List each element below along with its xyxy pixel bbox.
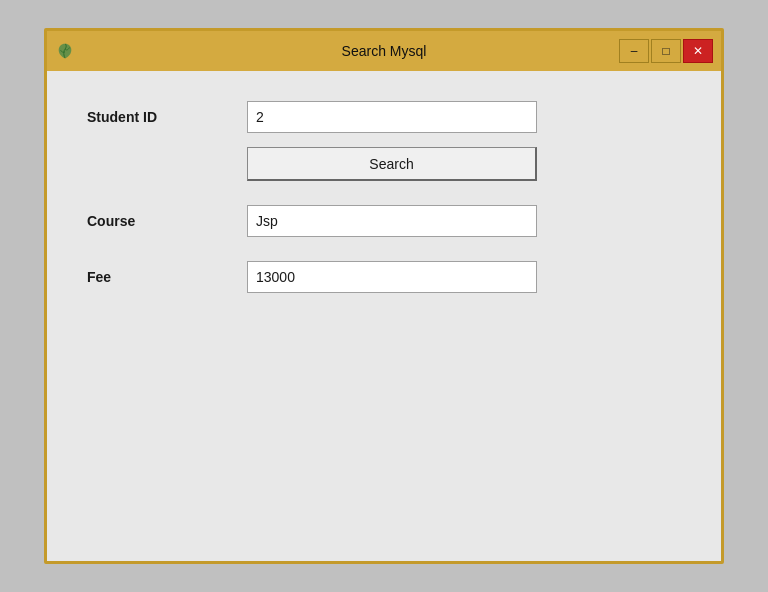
titlebar: Search Mysql – □ ✕ [47, 31, 721, 71]
course-row: Course [87, 205, 681, 237]
student-id-input[interactable] [247, 101, 537, 133]
maximize-button[interactable]: □ [651, 39, 681, 63]
fee-label: Fee [87, 269, 247, 285]
student-id-label: Student ID [87, 109, 247, 125]
minimize-button[interactable]: – [619, 39, 649, 63]
course-input[interactable] [247, 205, 537, 237]
window-title: Search Mysql [342, 43, 427, 59]
content-area: Student ID Search Course Fee [47, 71, 721, 561]
search-button[interactable]: Search [247, 147, 537, 181]
window-controls: – □ ✕ [619, 39, 713, 63]
student-id-row: Student ID [87, 101, 681, 133]
search-button-row: Search [87, 147, 681, 181]
course-label: Course [87, 213, 247, 229]
close-button[interactable]: ✕ [683, 39, 713, 63]
app-icon [55, 41, 75, 61]
fee-input[interactable] [247, 261, 537, 293]
leaf-icon [56, 42, 74, 60]
main-window: Search Mysql – □ ✕ Student ID Search Cou… [44, 28, 724, 564]
fee-row: Fee [87, 261, 681, 293]
